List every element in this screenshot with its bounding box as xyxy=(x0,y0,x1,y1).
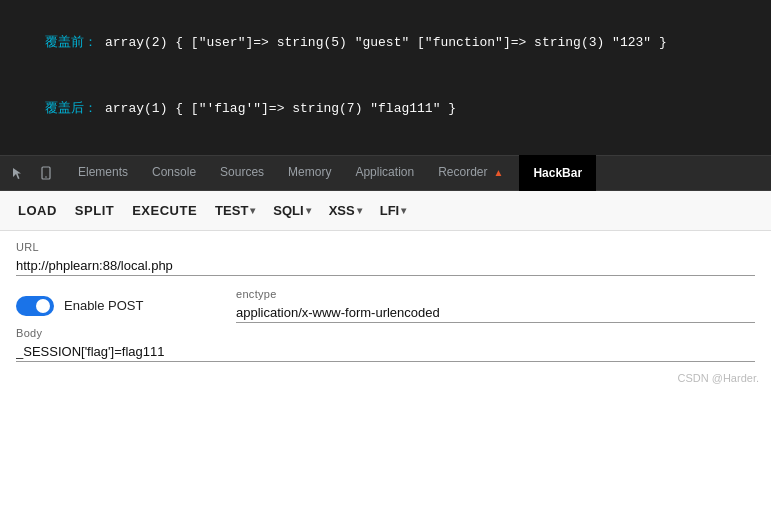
devtools-icons xyxy=(6,161,58,185)
enable-post-toggle[interactable] xyxy=(16,296,54,316)
enctype-input[interactable] xyxy=(236,303,755,323)
phone-icon[interactable] xyxy=(34,161,58,185)
execute-button[interactable]: EXECUTE xyxy=(126,199,203,222)
output-line-2: 覆盖后： array(1) { ["'flag'"]=> string(7) "… xyxy=(14,76,757,142)
tab-hackbar[interactable]: HackBar xyxy=(519,155,596,191)
enctype-label: enctype xyxy=(236,288,755,300)
body-section: Body xyxy=(16,327,755,362)
test-caret-icon: ▾ xyxy=(250,205,255,216)
tab-memory[interactable]: Memory xyxy=(276,155,343,191)
label-before: 覆盖前： xyxy=(45,35,97,50)
test-dropdown[interactable]: TEST ▾ xyxy=(209,199,261,222)
tab-recorder[interactable]: Recorder ▲ xyxy=(426,155,515,191)
lfi-dropdown[interactable]: LFI ▾ xyxy=(374,199,413,222)
devtools-tabs: Elements Console Sources Memory Applicat… xyxy=(66,155,765,191)
url-input[interactable] xyxy=(16,256,755,276)
tab-console[interactable]: Console xyxy=(140,155,208,191)
toggle-slider xyxy=(16,296,54,316)
code-after: array(1) { ["'flag'"]=> string(7) "flag1… xyxy=(97,101,456,116)
post-row: Enable POST enctype xyxy=(16,288,755,323)
body-label: Body xyxy=(16,327,755,339)
sqli-caret-icon: ▾ xyxy=(306,205,311,216)
enable-post-col: Enable POST xyxy=(16,288,216,323)
devtools-tabbar: Elements Console Sources Memory Applicat… xyxy=(0,155,771,191)
enctype-col: enctype xyxy=(236,288,755,323)
split-button[interactable]: SPLIT xyxy=(69,199,120,222)
lfi-caret-icon: ▾ xyxy=(401,205,406,216)
tab-elements[interactable]: Elements xyxy=(66,155,140,191)
code-output-area: 覆盖前： array(2) { ["user"]=> string(5) "gu… xyxy=(0,0,771,155)
xss-caret-icon: ▾ xyxy=(357,205,362,216)
url-field-group: URL xyxy=(16,241,755,276)
label-after: 覆盖后： xyxy=(45,101,97,116)
enable-post-label: Enable POST xyxy=(64,298,144,313)
load-button[interactable]: LOAD xyxy=(12,199,63,222)
url-label: URL xyxy=(16,241,755,253)
hackbar-toolbar: LOAD SPLIT EXECUTE TEST ▾ SQLI ▾ XSS ▾ L… xyxy=(0,191,771,231)
svg-point-1 xyxy=(45,176,47,178)
watermark: CSDN @Harder. xyxy=(678,372,759,384)
sqli-dropdown[interactable]: SQLI ▾ xyxy=(267,199,316,222)
body-input[interactable] xyxy=(16,342,755,362)
code-before: array(2) { ["user"]=> string(5) "guest" … xyxy=(97,35,667,50)
tab-sources[interactable]: Sources xyxy=(208,155,276,191)
cursor-icon[interactable] xyxy=(6,161,30,185)
xss-dropdown[interactable]: XSS ▾ xyxy=(323,199,368,222)
output-line-1: 覆盖前： array(2) { ["user"]=> string(5) "gu… xyxy=(14,10,757,76)
recorder-icon: ▲ xyxy=(494,167,504,178)
hackbar-body: URL Enable POST enctype Body CSDN @Harde… xyxy=(0,231,771,392)
tab-application[interactable]: Application xyxy=(343,155,426,191)
